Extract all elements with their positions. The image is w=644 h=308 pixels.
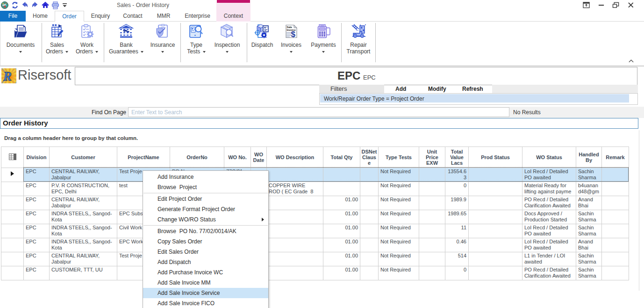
svg-text:$: $ — [291, 30, 296, 39]
svg-text:R: R — [3, 69, 12, 83]
